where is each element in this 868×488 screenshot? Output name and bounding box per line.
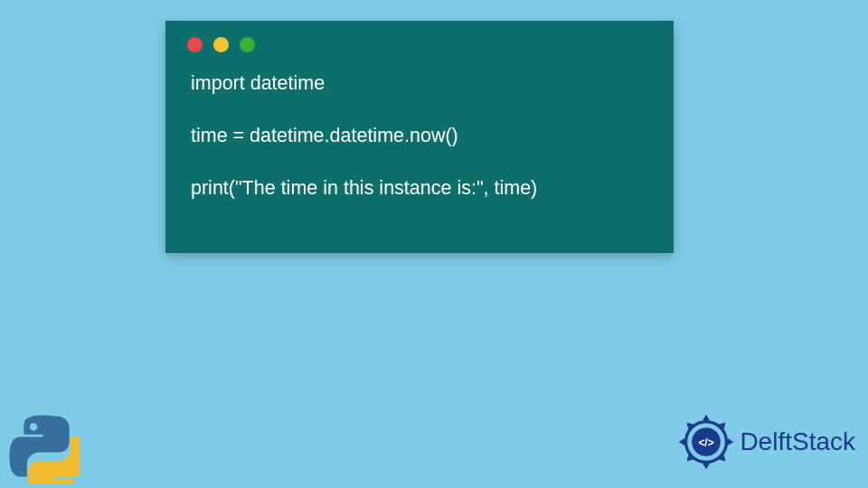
svg-text:</>: </> [699, 436, 714, 449]
delftstack-brand: </> DelftStack [676, 412, 855, 472]
python-logo-icon [9, 414, 80, 484]
code-line-1: import datetime [191, 72, 325, 94]
delft-medallion-icon: </> [676, 412, 736, 472]
code-line-3: time = datetime.datetime.now() [191, 125, 458, 146]
brand-name: DelftStack [740, 427, 855, 456]
minimize-icon [213, 37, 229, 52]
code-window: import datetime time = datetime.datetime… [165, 21, 674, 253]
code-block: import datetime time = datetime.datetime… [165, 52, 674, 202]
close-icon [187, 37, 203, 52]
window-controls [165, 21, 674, 52]
maximize-icon [240, 37, 255, 52]
code-line-5: print("The time in this instance is:", t… [191, 177, 537, 199]
